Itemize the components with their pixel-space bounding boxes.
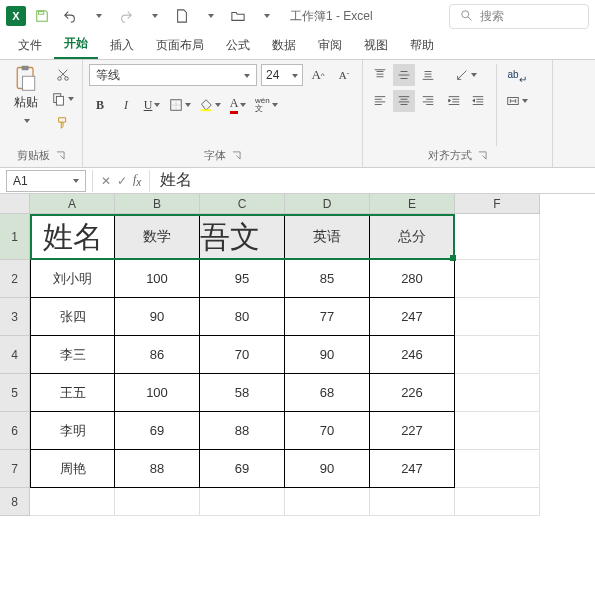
decrease-font-button[interactable]: Aˇ [333, 64, 355, 86]
redo-dropdown[interactable] [142, 4, 166, 28]
cell[interactable]: 227 [370, 412, 455, 450]
tab-page-layout[interactable]: 页面布局 [146, 32, 214, 59]
undo-dropdown[interactable] [86, 4, 110, 28]
cell[interactable] [285, 488, 370, 516]
cell[interactable]: 70 [285, 412, 370, 450]
cell[interactable] [455, 412, 540, 450]
cell-A1[interactable]: 姓名 [30, 214, 115, 260]
new-file-dropdown[interactable] [198, 4, 222, 28]
wrap-text-button[interactable]: ab↵ [504, 64, 530, 86]
cell[interactable]: 226 [370, 374, 455, 412]
qat-customize[interactable] [254, 4, 278, 28]
new-file-button[interactable] [170, 4, 194, 28]
align-bottom-button[interactable] [417, 64, 439, 86]
dialog-launcher-icon[interactable] [478, 151, 487, 160]
cancel-formula-button[interactable]: ✕ [101, 174, 111, 188]
cell[interactable]: 100 [115, 374, 200, 412]
cell-C1[interactable]: 吾文 [200, 214, 285, 260]
font-size-select[interactable]: 24 [261, 64, 303, 86]
row-header[interactable]: 2 [0, 260, 30, 298]
cell-F1[interactable] [455, 214, 540, 260]
col-header[interactable]: E [370, 194, 455, 214]
cell[interactable]: 刘小明 [30, 260, 115, 298]
tab-help[interactable]: 帮助 [400, 32, 444, 59]
cell[interactable] [455, 336, 540, 374]
row-header[interactable]: 4 [0, 336, 30, 374]
name-box[interactable]: A1 [6, 170, 86, 192]
cell[interactable]: 90 [285, 450, 370, 488]
cell[interactable]: 247 [370, 298, 455, 336]
cell[interactable]: 80 [200, 298, 285, 336]
phonetic-button[interactable]: wén文 [253, 94, 280, 116]
paste-button[interactable]: 粘贴 [6, 64, 46, 146]
increase-indent-button[interactable] [467, 90, 489, 112]
row-header[interactable]: 5 [0, 374, 30, 412]
select-all-corner[interactable] [0, 194, 30, 214]
row-header[interactable]: 6 [0, 412, 30, 450]
tab-file[interactable]: 文件 [8, 32, 52, 59]
fx-icon[interactable]: fx [133, 172, 141, 188]
cell[interactable]: 77 [285, 298, 370, 336]
cell[interactable]: 280 [370, 260, 455, 298]
italic-button[interactable]: I [115, 94, 137, 116]
cell[interactable]: 88 [200, 412, 285, 450]
col-header[interactable]: B [115, 194, 200, 214]
accept-formula-button[interactable]: ✓ [117, 174, 127, 188]
cell[interactable]: 95 [200, 260, 285, 298]
font-color-button[interactable]: A [227, 94, 249, 116]
cell[interactable]: 86 [115, 336, 200, 374]
cut-button[interactable] [50, 64, 76, 86]
cell[interactable]: 王五 [30, 374, 115, 412]
cell[interactable] [115, 488, 200, 516]
tab-view[interactable]: 视图 [354, 32, 398, 59]
cell[interactable]: 周艳 [30, 450, 115, 488]
col-header[interactable]: D [285, 194, 370, 214]
cell[interactable] [200, 488, 285, 516]
align-middle-button[interactable] [393, 64, 415, 86]
col-header[interactable]: A [30, 194, 115, 214]
col-header[interactable]: F [455, 194, 540, 214]
fill-color-button[interactable] [197, 94, 223, 116]
row-header[interactable]: 3 [0, 298, 30, 336]
save-button[interactable] [30, 4, 54, 28]
cell[interactable] [455, 298, 540, 336]
row-header[interactable]: 1 [0, 214, 30, 260]
tab-formulas[interactable]: 公式 [216, 32, 260, 59]
cell-E1[interactable]: 总分 [370, 214, 455, 260]
orientation-button[interactable] [443, 64, 489, 86]
cell[interactable]: 90 [285, 336, 370, 374]
tab-review[interactable]: 审阅 [308, 32, 352, 59]
col-header[interactable]: C [200, 194, 285, 214]
open-file-button[interactable] [226, 4, 250, 28]
cell[interactable]: 246 [370, 336, 455, 374]
cell-D1[interactable]: 英语 [285, 214, 370, 260]
tab-data[interactable]: 数据 [262, 32, 306, 59]
cell[interactable]: 58 [200, 374, 285, 412]
copy-button[interactable] [50, 88, 76, 110]
tab-insert[interactable]: 插入 [100, 32, 144, 59]
paste-dropdown[interactable] [22, 113, 30, 127]
cell[interactable] [455, 260, 540, 298]
undo-button[interactable] [58, 4, 82, 28]
cell[interactable] [370, 488, 455, 516]
underline-button[interactable]: U [141, 94, 163, 116]
decrease-indent-button[interactable] [443, 90, 465, 112]
tab-home[interactable]: 开始 [54, 30, 98, 59]
cell[interactable]: 90 [115, 298, 200, 336]
font-family-select[interactable]: 等线 [89, 64, 257, 86]
cell[interactable]: 247 [370, 450, 455, 488]
merge-button[interactable] [504, 90, 530, 112]
cell[interactable] [455, 488, 540, 516]
cell[interactable]: 69 [115, 412, 200, 450]
cell[interactable] [30, 488, 115, 516]
cell[interactable]: 李三 [30, 336, 115, 374]
cell[interactable] [455, 450, 540, 488]
cell[interactable]: 李明 [30, 412, 115, 450]
increase-font-button[interactable]: A^ [307, 64, 329, 86]
row-header[interactable]: 7 [0, 450, 30, 488]
spreadsheet-grid[interactable]: A B C D E F 1 姓名 数学 吾文 英语 总分 2刘小明1009585… [0, 194, 595, 516]
cell[interactable]: 69 [200, 450, 285, 488]
align-left-button[interactable] [369, 90, 391, 112]
dialog-launcher-icon[interactable] [232, 151, 241, 160]
search-input[interactable]: 搜索 [449, 4, 589, 29]
